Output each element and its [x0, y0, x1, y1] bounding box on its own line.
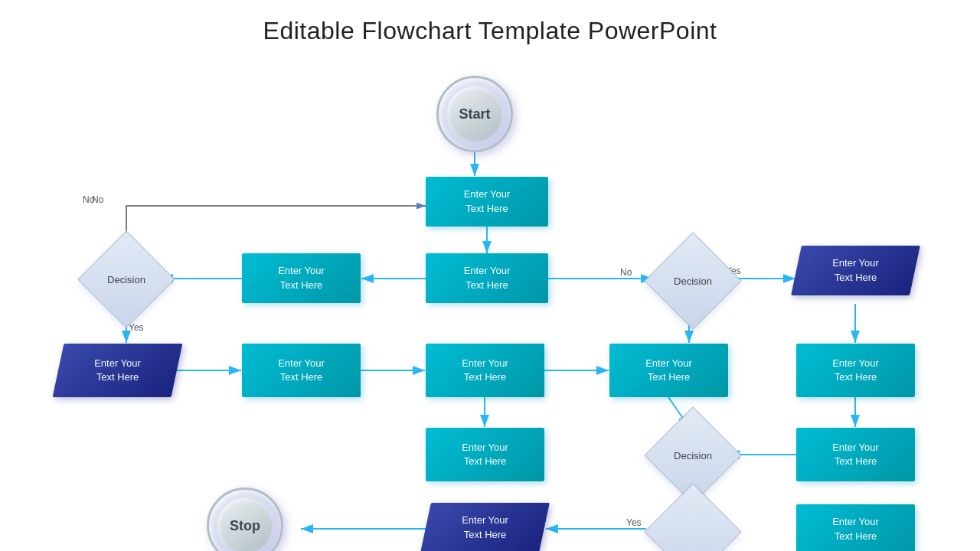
page-title: Editable Flowchart Template PowerPoint — [0, 0, 980, 53]
diamond-2: Decision — [647, 244, 739, 318]
start-label: Start — [447, 86, 502, 142]
start-circle: Start — [436, 76, 513, 152]
box-b6-bottom[interactable]: Enter Your Text Here — [426, 428, 544, 481]
no-label-2: No — [620, 267, 632, 278]
diamond-3-label: Decision — [674, 450, 712, 461]
box-b1[interactable]: Enter Your Text Here — [426, 177, 548, 227]
box-b4[interactable]: Enter Your Text Here — [53, 344, 183, 397]
box-b3[interactable]: Enter Your Text Here — [242, 253, 361, 303]
box-b10[interactable]: Enter Your Text Here — [420, 503, 550, 551]
box-b6[interactable]: Enter Your Text Here — [426, 344, 544, 397]
diamond-1-label: Decision — [107, 274, 145, 285]
box-b9[interactable]: Enter Your Text Here — [796, 344, 915, 397]
box-b8[interactable]: Enter Your Text Here — [791, 246, 920, 295]
box-b2[interactable]: Enter Your Text Here — [426, 253, 548, 303]
box-b11[interactable]: Enter Your Text Here — [796, 428, 915, 481]
yes-label-3: Yes — [626, 517, 642, 528]
box-b12[interactable]: Enter Your Text Here — [796, 504, 915, 551]
stop-circle: Stop — [207, 487, 283, 551]
diamond-3: Decision — [647, 419, 739, 492]
flowchart-container: No No Yes No Yes No Yes Start Stop Enter… — [0, 53, 980, 543]
diamond-1: Decision — [80, 243, 172, 316]
box-b5[interactable]: Enter Your Text Here — [242, 344, 361, 397]
diamond-2-label: Decision — [674, 276, 712, 287]
no-label-display-1: No — [83, 194, 94, 205]
box-b7[interactable]: Enter Your Text Here — [609, 344, 728, 397]
yes-label-1: Yes — [129, 322, 144, 333]
stop-label: Stop — [217, 498, 273, 551]
diamond-4: Decision — [647, 495, 739, 551]
